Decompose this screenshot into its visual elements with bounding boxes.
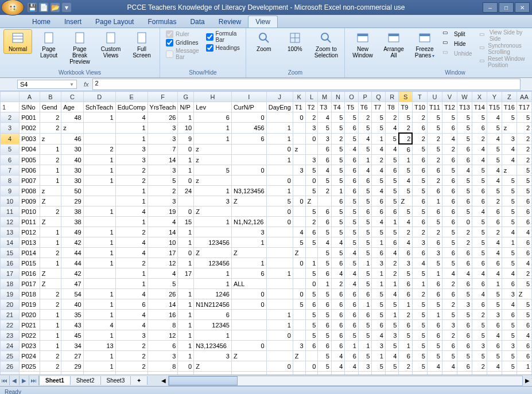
cell[interactable]: 50	[61, 186, 83, 196]
cell[interactable]: 26	[147, 289, 178, 299]
cell[interactable]: 1	[83, 351, 115, 361]
cell[interactable]: 4	[115, 289, 147, 299]
sheet-tab-sheet1[interactable]: Sheet1	[40, 376, 71, 385]
cell[interactable]: Z	[40, 196, 61, 206]
cell[interactable]: T1	[293, 102, 305, 112]
cell[interactable]: 1	[266, 186, 293, 196]
cell[interactable]: 2	[399, 123, 413, 134]
cell[interactable]: 5	[487, 144, 502, 155]
cell[interactable]: 2	[517, 268, 531, 279]
sheet-nav-first[interactable]: ⏮	[0, 376, 10, 385]
cell[interactable]: 5	[305, 206, 318, 217]
cell[interactable]: 0	[266, 330, 293, 341]
cell[interactable]: 1	[83, 165, 115, 175]
cell[interactable]: 4	[517, 227, 531, 237]
cell[interactable]: 2	[40, 206, 61, 217]
cell[interactable]: 1	[412, 279, 427, 289]
cell[interactable]: 9	[178, 133, 194, 144]
cell[interactable]: 1	[399, 341, 413, 351]
cell[interactable]: 1	[83, 206, 115, 217]
col-header-P[interactable]: P	[358, 92, 372, 102]
cell[interactable]: 5	[472, 330, 487, 341]
cell[interactable]: 1	[266, 123, 293, 134]
hide-button[interactable]: ▭Hide	[441, 39, 473, 48]
cell[interactable]: 4	[399, 175, 413, 186]
cell[interactable]: 4	[358, 133, 372, 144]
cell[interactable]: 6	[345, 289, 359, 299]
cell[interactable]: 2	[83, 144, 115, 155]
cell[interactable]: 12	[147, 330, 178, 341]
cell[interactable]: 5	[331, 372, 345, 375]
cell[interactable]: 5	[331, 155, 345, 165]
cell[interactable]: 1	[115, 196, 147, 206]
cell[interactable]: DayEng	[266, 102, 293, 112]
cell[interactable]: 1	[83, 258, 115, 268]
cell[interactable]: 5	[502, 186, 517, 196]
cell[interactable]: 5	[372, 299, 386, 310]
cell[interactable]	[83, 196, 115, 206]
cell[interactable]: 4	[442, 268, 457, 279]
cell[interactable]: 3	[318, 133, 332, 144]
cell[interactable]: 3	[385, 372, 399, 375]
col-header-I[interactable]: I	[231, 92, 266, 102]
select-all-corner[interactable]	[1, 92, 20, 102]
cell[interactable]: 5	[331, 144, 345, 155]
cell[interactable]: 10	[178, 123, 194, 134]
cell[interactable]: 6	[472, 279, 487, 289]
cell[interactable]: 5	[385, 196, 399, 206]
cell[interactable]: 5	[147, 175, 178, 186]
row-header-4[interactable]: 4	[1, 133, 20, 144]
cell[interactable]: 3	[385, 330, 399, 341]
cell[interactable]: 6	[442, 175, 457, 186]
cell[interactable]: 8	[147, 361, 178, 372]
cell[interactable]: 1	[40, 320, 61, 330]
cell[interactable]: 2	[115, 361, 147, 372]
cell[interactable]	[266, 112, 293, 123]
cell[interactable]: 2	[457, 237, 472, 248]
cell[interactable]: 5	[487, 186, 502, 196]
cell[interactable]: 1	[372, 279, 386, 289]
cell[interactable]: 5	[331, 112, 345, 123]
new-sheet-button[interactable]: ✦	[131, 376, 147, 385]
cell[interactable]: 1	[83, 227, 115, 237]
cell[interactable]: 6	[427, 206, 442, 217]
cell[interactable]: 2	[517, 155, 531, 165]
cell[interactable]: 4	[293, 227, 305, 237]
cell[interactable]: 5	[502, 351, 517, 361]
col-header-M[interactable]: M	[318, 92, 332, 102]
cell[interactable]: Z	[231, 248, 266, 258]
cell[interactable]: CurN/P	[231, 102, 266, 112]
cell[interactable]: 14	[147, 227, 178, 237]
cell[interactable]: Z	[517, 289, 531, 299]
row-header-11[interactable]: 11	[1, 206, 20, 217]
maximize-button[interactable]: □	[499, 2, 514, 13]
cell[interactable]: 5	[502, 258, 517, 268]
cell[interactable]: 6	[345, 175, 359, 186]
cell[interactable]	[231, 330, 266, 341]
cell[interactable]: 6	[457, 155, 472, 165]
row-header-24[interactable]: 24	[1, 341, 20, 351]
cell[interactable]: 2	[115, 341, 147, 351]
cell[interactable]	[266, 248, 293, 258]
cell[interactable]: 30	[61, 175, 83, 186]
cell[interactable]: 35	[61, 310, 83, 320]
cell[interactable]: 1	[358, 299, 372, 310]
cell[interactable]: ALL	[231, 279, 266, 289]
cell[interactable]: 5	[412, 268, 427, 279]
cell[interactable]: Z	[293, 351, 305, 361]
cell[interactable]: 6	[442, 196, 457, 206]
cell[interactable]: 6	[427, 330, 442, 341]
cell[interactable]: 6	[399, 289, 413, 299]
cell[interactable]: 2	[40, 299, 61, 310]
cell[interactable]: 0	[178, 361, 194, 372]
cell[interactable]: Z	[194, 206, 232, 217]
cell[interactable]: 1	[83, 155, 115, 165]
cell[interactable]: 5	[412, 341, 427, 351]
name-box-dropdown-icon[interactable]: ▼	[69, 82, 74, 87]
sheet-nav-last[interactable]: ⏭	[29, 376, 39, 385]
cell[interactable]: 6	[194, 310, 232, 320]
cell[interactable]: 0	[266, 206, 293, 217]
cell[interactable]: 4	[385, 123, 399, 134]
cell[interactable]: 2	[472, 133, 487, 144]
cell[interactable]: 5	[457, 112, 472, 123]
